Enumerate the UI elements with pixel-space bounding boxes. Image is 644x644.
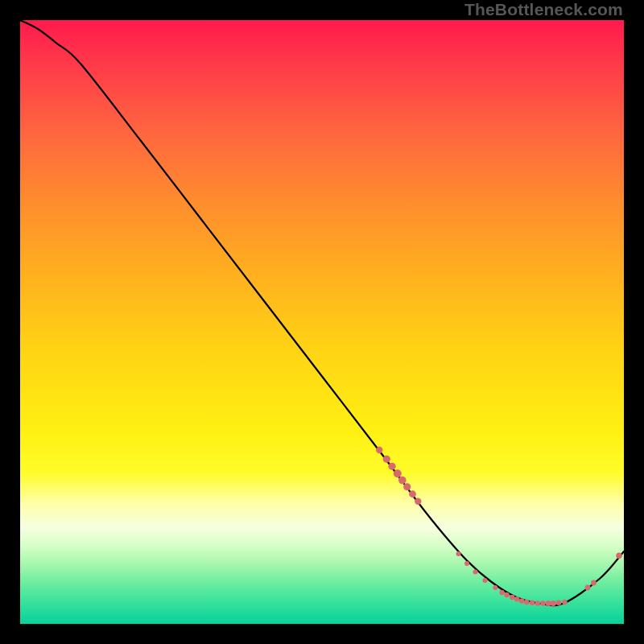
scatter-point xyxy=(535,601,540,605)
scatter-point xyxy=(388,463,395,470)
scatter-point xyxy=(464,561,469,566)
scatter-point xyxy=(409,490,416,497)
scatter-points xyxy=(376,447,622,606)
scatter-point xyxy=(530,601,535,605)
scatter-point xyxy=(514,597,519,601)
scatter-point xyxy=(504,592,509,597)
scatter-point xyxy=(456,551,461,556)
scatter-point xyxy=(493,585,497,590)
scatter-point xyxy=(403,483,411,490)
scatter-point xyxy=(519,598,524,603)
scatter-point xyxy=(383,456,390,463)
scatter-point xyxy=(394,469,402,477)
scatter-point xyxy=(415,498,421,505)
chart-svg xyxy=(20,20,624,624)
scatter-point xyxy=(585,585,591,591)
scatter-point xyxy=(483,578,488,583)
scatter-point xyxy=(398,477,407,485)
scatter-point xyxy=(473,570,478,575)
scatter-point xyxy=(499,590,504,595)
curve-line xyxy=(20,20,624,605)
chart-stage: TheBottleneck.com xyxy=(0,0,644,644)
scatter-point xyxy=(540,601,545,605)
scatter-point xyxy=(510,595,514,600)
scatter-point xyxy=(591,580,597,586)
scatter-point xyxy=(556,601,561,605)
scatter-point xyxy=(562,600,567,605)
scatter-point xyxy=(551,601,556,606)
scatter-point xyxy=(376,447,382,453)
plot-area xyxy=(20,20,624,624)
scatter-point xyxy=(524,600,529,605)
watermark-text: TheBottleneck.com xyxy=(464,0,623,19)
scatter-point xyxy=(616,553,621,559)
